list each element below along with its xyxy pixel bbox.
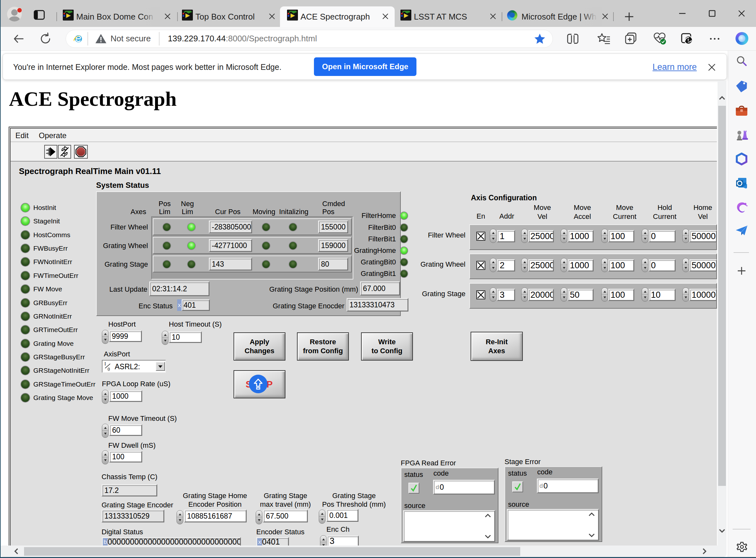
svg-text:I: I bbox=[104, 361, 106, 366]
svg-text:0: 0 bbox=[108, 367, 110, 372]
